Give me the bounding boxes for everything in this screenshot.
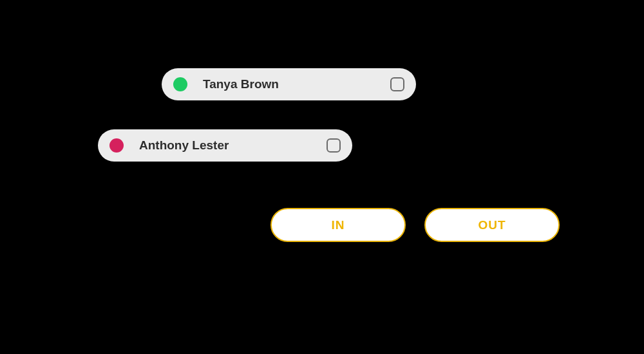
person-checkbox[interactable]	[390, 77, 404, 91]
out-button-label: OUT	[478, 218, 506, 232]
person-row: Anthony Lester	[98, 129, 352, 162]
status-dot-icon	[109, 138, 124, 153]
person-name: Anthony Lester	[139, 138, 327, 153]
in-button[interactable]: IN	[270, 208, 406, 242]
person-row: Tanya Brown	[162, 68, 416, 100]
status-dot-icon	[173, 77, 187, 91]
person-name: Tanya Brown	[203, 77, 390, 91]
out-button[interactable]: OUT	[424, 208, 560, 242]
person-checkbox[interactable]	[327, 138, 341, 153]
in-button-label: IN	[332, 218, 345, 232]
